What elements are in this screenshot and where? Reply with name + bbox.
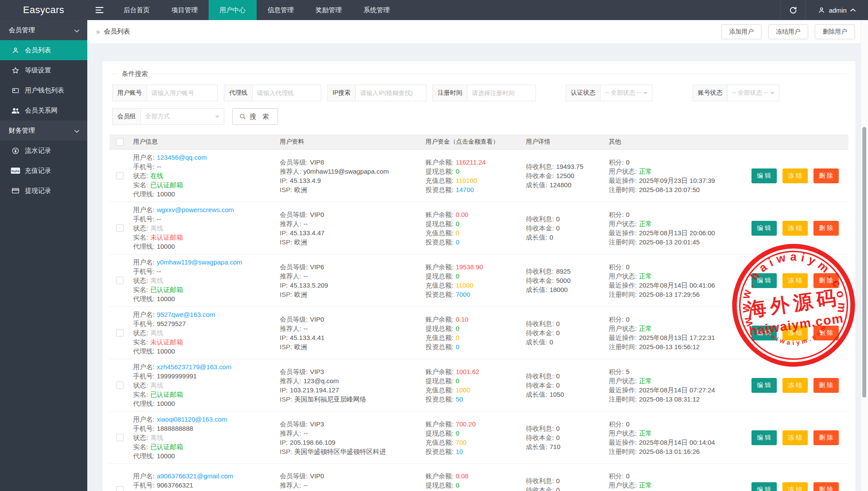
toolbar-button[interactable]: 删除用户 [815,24,855,39]
row-checkbox[interactable] [116,277,124,284]
delete-button[interactable]: 删除 [813,378,839,393]
user-details-cell: 待收利息:0待收本金:0成长值:710 [522,412,605,464]
nav-item[interactable]: 系统管理 [353,0,401,20]
filter-input[interactable] [355,85,426,101]
freeze-button[interactable]: 冻结 [782,482,808,491]
filter-input[interactable] [147,85,218,101]
scrollbar-track[interactable] [861,20,868,491]
user-link[interactable]: 9527qwe@163.com [157,311,215,318]
user-info-cell: 用户名:123456@qq.com手机号:--状态:在线实名:已认证邮箱代理线:… [130,150,276,202]
row-checkbox[interactable] [116,329,124,336]
filter-row-2-groups: 会员组全部方式 [112,108,224,125]
refresh-button[interactable] [780,0,806,20]
freeze-button[interactable]: 冻结 [782,221,808,236]
sidebar-group-header[interactable]: 会员管理 [0,20,87,40]
filter-select[interactable]: -- 全部状态 -- [727,85,779,101]
user-menu[interactable]: admin [806,0,868,20]
edit-button[interactable]: 编辑 [751,326,777,340]
field-label: 待收本金: [526,224,554,232]
select-all-checkbox[interactable] [116,138,124,146]
toolbar-button[interactable]: 冻结用户 [768,24,808,39]
field-label: 注册时间: [609,395,637,403]
field-line: 投资总额:10 [425,447,519,456]
field-line: 推荐人:-- [280,219,419,228]
sidebar-item[interactable]: 用户钱包列表 [0,80,87,100]
filter-input[interactable] [252,85,321,101]
freeze-button[interactable]: 冻结 [782,326,808,340]
freeze-button[interactable]: 冻结 [782,168,808,183]
delete-button[interactable]: 删除 [813,430,839,445]
field-value: 2025年08月14日 07:27:24 [639,386,715,394]
username-label: admin [829,7,847,14]
row-checkbox[interactable] [116,381,124,389]
freeze-button[interactable]: 冻结 [782,273,808,288]
row-checkbox[interactable] [116,434,124,441]
scrollbar-thumb[interactable] [862,127,866,398]
user-link[interactable]: xzh456237179@163.com [157,363,231,371]
hamburger-icon [96,7,104,14]
search-button[interactable]: 搜 索 [232,108,278,125]
delete-button[interactable]: 删除 [813,273,839,288]
nav-item[interactable]: 后台首页 [113,0,161,20]
field-label: 会员等级: [280,316,308,323]
field-label: IP: [280,229,288,237]
sidebar-group-header[interactable]: 财务管理 [0,120,87,141]
filter-group: 代理线 [224,85,321,101]
sidebar-item[interactable]: 流水记录 [0,141,87,161]
field-line: 推荐人:-- [280,324,419,333]
user-link[interactable]: wgxxv@powerscrews.com [157,206,234,213]
edit-button[interactable]: 编辑 [751,482,777,491]
user-link[interactable]: a9063766321@gmail.com [157,472,233,480]
user-link[interactable]: 123456@qq.com [157,154,206,161]
field-label: 投资总额: [425,395,453,403]
sidebar-item[interactable]: PayPal充值记录 [0,161,87,181]
chevron-down-icon [74,27,79,34]
field-value: 2025年09月23日 10:37:39 [639,177,715,184]
sidebar-item[interactable]: 等级设置 [0,60,87,80]
nav-item[interactable]: 项目管理 [161,0,209,20]
field-value: VIP8 [310,158,324,166]
nav-item[interactable]: 用户中心 [209,0,257,20]
field-value: 116211.24 [456,158,486,166]
edit-button[interactable]: 编辑 [751,378,777,393]
sidebar-item[interactable]: 会员关系网 [0,100,87,120]
field-line: 注册时间:2025-08-13 20:07:50 [609,185,737,194]
filter-select[interactable]: 全部方式 [141,108,224,125]
row-checkbox[interactable] [116,224,124,232]
field-line: 账户余额:0.10 [425,315,519,324]
edit-button[interactable]: 编辑 [751,273,777,288]
nav-item[interactable]: 信息管理 [257,0,305,20]
field-label: 状态: [133,277,148,284]
freeze-button[interactable]: 冻结 [782,378,808,393]
filter-label: 用户账号 [112,85,147,101]
field-label: ISP: [280,343,292,350]
field-value: VIP3 [310,420,324,428]
delete-button[interactable]: 删除 [813,482,839,491]
edit-button[interactable]: 编辑 [751,430,777,445]
toolbar-button[interactable]: 添加用户 [721,24,762,39]
field-label: 积分: [609,472,624,480]
nav-item[interactable]: 奖励管理 [305,0,353,20]
field-label: 会员等级: [280,158,308,166]
edit-button[interactable]: 编辑 [751,221,777,236]
freeze-button[interactable]: 冻结 [782,430,808,445]
row-checkbox[interactable] [116,172,124,179]
field-label: 积分: [609,263,624,271]
field-label: 最近操作: [609,177,637,184]
user-link[interactable]: y0mhaw119@swagpapa.com [157,258,242,266]
row-checkbox[interactable] [116,486,124,491]
delete-button[interactable]: 删除 [813,326,839,340]
user-link[interactable]: xiaoqi081120@163.com [157,415,227,423]
sidebar-item[interactable]: 提现记录 [0,181,87,201]
field-label: 会员等级: [280,263,308,271]
menu-toggle-icon[interactable] [87,0,113,20]
field-value: 0.08 [456,472,468,480]
filter-select[interactable]: -- 全部状态 -- [600,85,652,101]
edit-button[interactable]: 编辑 [751,168,777,183]
delete-button[interactable]: 删除 [813,221,839,236]
sidebar-item[interactable]: 会员列表 [0,40,87,60]
delete-button[interactable]: 删除 [813,168,839,183]
field-value: 5000 [556,277,570,284]
filter-input[interactable] [467,85,536,101]
user-funds-cell: 账户余额:116211.24提现总额:0充值总额:110100投资总额:1470… [422,150,522,202]
